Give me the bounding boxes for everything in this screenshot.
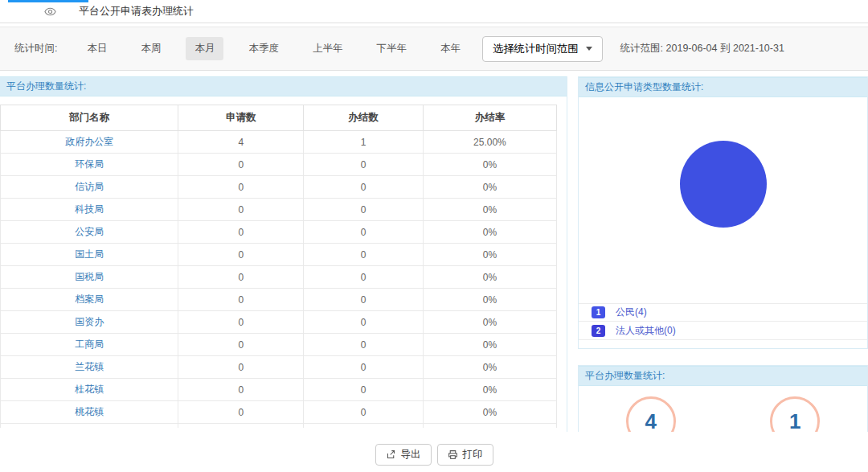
eye-icon — [44, 6, 56, 18]
tab-bar: 平台公开申请表办理统计 — [0, 0, 868, 23]
table-cell: 0 — [178, 289, 304, 311]
table-row: 工商局000% — [1, 334, 557, 356]
table-cell: 0% — [423, 154, 556, 176]
table-cell: 0 — [304, 176, 424, 199]
department-link[interactable]: 国土局 — [1, 244, 178, 266]
time-quick-options: 本日本周本月本季度上半年下半年本年 — [78, 37, 469, 60]
table-cell: 0 — [304, 424, 424, 429]
time-range-dropdown-label: 选择统计时间范围 — [493, 42, 579, 56]
department-stats-panel-title: 平台办理数量统计: — [0, 76, 567, 96]
department-link[interactable]: 环保局 — [1, 154, 178, 176]
department-link[interactable]: 兰花镇 — [1, 356, 178, 379]
table-row: 环保局000% — [1, 154, 557, 176]
department-link[interactable]: 政府办公室 — [1, 131, 178, 154]
table-cell: 0 — [304, 356, 424, 379]
table-row: 国税局000% — [1, 266, 557, 289]
time-option[interactable]: 本月 — [186, 37, 223, 60]
legend-item[interactable]: 2法人或其他(0) — [579, 322, 867, 340]
tab-title: 平台公开申请表办理统计 — [79, 4, 194, 18]
table-cell: 0 — [304, 289, 424, 311]
tab-platform-statistics[interactable]: 平台公开申请表办理统计 — [0, 0, 868, 23]
table-cell: 0% — [423, 221, 556, 244]
table-cell: 0 — [304, 266, 424, 289]
department-link[interactable]: 桃花镇 — [1, 401, 178, 424]
department-link[interactable]: 桂花镇 — [1, 379, 178, 401]
legend-index-badge: 2 — [592, 325, 605, 337]
pie-chart-area — [579, 97, 867, 303]
table-cell: 25.00% — [423, 131, 556, 154]
table-cell: 0% — [423, 424, 556, 429]
table-cell: 0 — [178, 199, 304, 221]
table-header-cell: 办结率 — [423, 105, 556, 131]
time-option[interactable]: 本日 — [78, 37, 116, 60]
table-cell: 0 — [178, 311, 304, 334]
right-column: 信息公开申请类型数量统计: 1公民(4)2法人或其他(0) 平台办理数量统计: … — [578, 76, 868, 432]
table-row: 档案局000% — [1, 289, 557, 311]
time-option[interactable]: 本年 — [432, 37, 469, 60]
legend-index-badge: 1 — [592, 306, 605, 318]
time-option[interactable]: 本周 — [132, 37, 170, 60]
print-button[interactable]: 打印 — [437, 444, 493, 466]
table-cell: 0 — [304, 221, 424, 244]
table-row: 荷花镇000% — [1, 424, 557, 429]
department-link[interactable]: 公安局 — [1, 221, 178, 244]
time-range-summary: 统计范围: 2019-06-04 到 2021-10-31 — [620, 42, 784, 55]
stat-block: 1办结数 — [723, 386, 868, 432]
department-link[interactable]: 档案局 — [1, 289, 178, 311]
table-cell: 0 — [304, 244, 424, 266]
table-cell: 0 — [304, 199, 424, 221]
table-cell: 0 — [304, 154, 424, 176]
table-cell: 0 — [178, 244, 304, 266]
main-content: 平台办理数量统计: 部门名称申请数办结数办结率 政府办公室4125.00%环保局… — [0, 76, 868, 432]
table-cell: 0 — [304, 334, 424, 356]
time-option[interactable]: 本季度 — [240, 37, 288, 60]
table-cell: 0% — [423, 311, 556, 334]
time-filter-toolbar: 统计时间: 本日本周本月本季度上半年下半年本年 选择统计时间范围 统计范围: 2… — [0, 27, 868, 71]
table-cell: 0% — [423, 356, 556, 379]
table-cell: 0% — [423, 244, 556, 266]
time-option[interactable]: 上半年 — [304, 37, 352, 60]
table-row: 公安局000% — [1, 221, 557, 244]
table-cell: 0% — [423, 401, 556, 424]
export-icon — [386, 449, 396, 460]
application-type-panel-title: 信息公开申请类型数量统计: — [579, 77, 867, 97]
table-cell: 0 — [304, 311, 424, 334]
department-table: 部门名称申请数办结数办结率 政府办公室4125.00%环保局000%信访局000… — [0, 105, 557, 428]
table-row: 信访局000% — [1, 176, 557, 199]
table-cell: 0 — [178, 176, 304, 199]
printer-icon — [448, 449, 458, 460]
time-option[interactable]: 下半年 — [367, 37, 416, 60]
active-tab-indicator — [8, 0, 88, 2]
table-cell: 0 — [178, 379, 304, 401]
table-cell: 0% — [423, 334, 556, 356]
stat-circle: 4 — [626, 396, 676, 432]
stat-circle: 1 — [770, 396, 820, 432]
table-cell: 0 — [178, 154, 304, 176]
department-stats-panel: 平台办理数量统计: 部门名称申请数办结数办结率 政府办公室4125.00%环保局… — [0, 76, 567, 432]
legend-label: 公民(4) — [616, 306, 647, 319]
table-cell: 0% — [423, 266, 556, 289]
table-cell: 0 — [178, 266, 304, 289]
table-cell: 1 — [304, 131, 424, 154]
department-link[interactable]: 荷花镇 — [1, 424, 178, 429]
table-cell: 0 — [178, 356, 304, 379]
table-cell: 0 — [178, 401, 304, 424]
legend-item[interactable]: 1公民(4) — [579, 303, 867, 322]
department-link[interactable]: 国税局 — [1, 266, 178, 289]
platform-totals-panel-title: 平台办理数量统计: — [579, 366, 867, 386]
department-link[interactable]: 信访局 — [1, 176, 178, 199]
department-link[interactable]: 科技局 — [1, 199, 178, 221]
table-cell: 0% — [423, 379, 556, 401]
table-cell: 0 — [178, 424, 304, 429]
department-link[interactable]: 工商局 — [1, 334, 178, 356]
department-link[interactable]: 国资办 — [1, 311, 178, 334]
table-header-cell: 申请数 — [178, 105, 304, 131]
pie-chart[interactable] — [680, 141, 767, 228]
time-range-dropdown[interactable]: 选择统计时间范围 — [482, 36, 603, 62]
department-table-head-row: 部门名称申请数办结数办结率 — [1, 105, 557, 131]
table-row: 兰花镇000% — [1, 356, 557, 379]
table-row: 政府办公室4125.00% — [1, 131, 557, 154]
print-button-label: 打印 — [463, 448, 483, 462]
export-button[interactable]: 导出 — [375, 444, 432, 466]
department-table-body: 政府办公室4125.00%环保局000%信访局000%科技局000%公安局000… — [1, 131, 557, 429]
